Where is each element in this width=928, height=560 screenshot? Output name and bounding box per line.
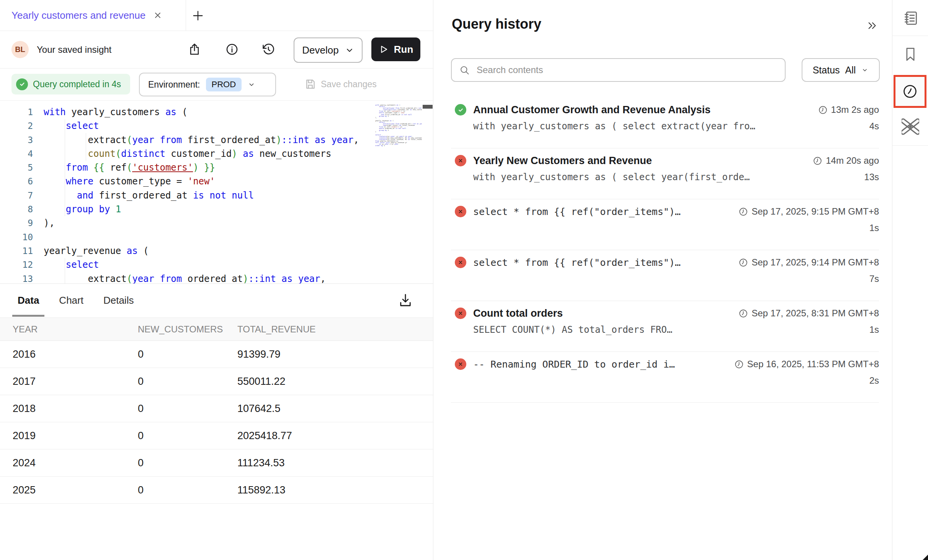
code-line[interactable]: 8 group by 1: [0, 202, 375, 216]
table-row[interactable]: 20250115892.13: [0, 477, 433, 504]
history-item-title: Yearly New Customers and Revenue: [473, 155, 805, 167]
history-item-time: 14m 20s ago: [813, 155, 879, 166]
chevron-down-icon: [345, 46, 354, 55]
tab-chart[interactable]: Chart: [54, 283, 89, 317]
clock-history-icon: [902, 83, 918, 99]
code-text: ),: [44, 216, 55, 230]
code-line[interactable]: 5 from {{ ref('customers') }}: [0, 161, 375, 174]
search-input[interactable]: [476, 64, 777, 76]
save-icon: [304, 78, 316, 90]
notebook-icon[interactable]: [892, 10, 928, 27]
history-item-time: Sep 17, 2025, 9:14 PM GMT+8: [738, 257, 879, 268]
x-circle-icon: [455, 155, 466, 166]
history-item[interactable]: Count total ordersSep 17, 2025, 8:31 PM …: [451, 301, 879, 352]
table-row[interactable]: 20170550011.22: [0, 368, 433, 395]
sql-editor[interactable]: 1with yearly_customers as (2 select3 ext…: [0, 100, 433, 284]
table-cell: 550011.22: [237, 376, 433, 387]
ribbon-divider: [892, 145, 928, 146]
status-filter-value: All: [845, 65, 856, 76]
history-list: Annual Customer Growth and Revenue Analy…: [451, 98, 879, 403]
results-tabs: DataChartDetails: [12, 283, 139, 317]
table-cell: 107642.5: [237, 403, 433, 415]
table-cell: 2024: [0, 457, 138, 469]
line-number: 10: [0, 230, 33, 244]
history-item-title: select * from {{ ref("order_items")…: [473, 206, 731, 217]
collapse-panel-icon[interactable]: [867, 20, 878, 31]
environment-select[interactable]: Environment: PROD: [139, 73, 276, 96]
code-text: with yearly_customers as (: [44, 105, 188, 119]
history-item-title: -- Renaming ORDER_ID to order_id i…: [473, 359, 727, 370]
version-history-icon[interactable]: [262, 43, 275, 56]
code-line[interactable]: 13 extract(year from ordered_at)::int as…: [0, 272, 375, 284]
table-cell: 111234.53: [237, 457, 433, 469]
share-icon[interactable]: [188, 43, 201, 56]
bookmark-icon[interactable]: [892, 46, 928, 63]
table-cell: 0: [138, 348, 237, 360]
code-line[interactable]: 3 extract(year from first_ordered_at)::i…: [0, 133, 375, 147]
table-cell: 2025418.77: [237, 430, 433, 442]
history-item[interactable]: Yearly New Customers and Revenue14m 20s …: [451, 148, 879, 199]
column-header-year[interactable]: YEAR: [0, 324, 138, 335]
code-line[interactable]: 10: [0, 230, 375, 244]
code-line[interactable]: 9),: [0, 216, 375, 230]
code-line[interactable]: 7 and first_ordered_at is not null: [0, 189, 375, 202]
search-box[interactable]: [451, 58, 786, 82]
line-number: 13: [0, 272, 33, 284]
table-row[interactable]: 2016091399.79: [0, 341, 433, 368]
code-line[interactable]: 1with yearly_customers as (: [0, 105, 375, 119]
table-row[interactable]: 20240111234.53: [0, 449, 433, 477]
code-line[interactable]: 11yearly_revenue as (: [0, 244, 375, 258]
app-window: Yearly customers and revenue BL Your sav…: [0, 0, 928, 560]
query-history-tool-button[interactable]: [894, 75, 926, 108]
indent-guide: [65, 119, 65, 216]
line-number: 12: [0, 258, 33, 272]
code-line[interactable]: 6 where customer_type = 'new': [0, 174, 375, 188]
code-line[interactable]: 12 select: [0, 258, 375, 272]
history-item-snippet: SELECT COUNT(*) AS total_orders FRO…: [473, 324, 862, 335]
history-item[interactable]: select * from {{ ref("order_items")…Sep …: [451, 250, 879, 301]
code-line[interactable]: 2 select: [0, 119, 375, 133]
history-item[interactable]: Annual Customer Growth and Revenue Analy…: [451, 98, 879, 148]
history-item-title: select * from {{ ref("order_items")…: [473, 257, 731, 268]
x-circle-icon: [455, 308, 466, 319]
column-header-new-customers[interactable]: NEW_CUSTOMERS: [138, 324, 237, 335]
history-item[interactable]: select * from {{ ref("order_items")…Sep …: [451, 199, 879, 250]
history-item-time: Sep 16, 2025, 11:53 PM GMT+8: [734, 359, 879, 370]
status-filter-dropdown[interactable]: Status All: [802, 58, 880, 82]
tab-yearly-customers[interactable]: Yearly customers and revenue: [11, 0, 162, 31]
editor-minimap[interactable]: with yearly_customers as ( select extrac…: [375, 104, 422, 280]
table-cell: 2016: [0, 348, 138, 360]
tab-data[interactable]: Data: [12, 283, 44, 317]
history-item-duration: 2s: [869, 375, 879, 386]
table-row[interactable]: 20180107642.5: [0, 395, 433, 422]
table-cell: 2019: [0, 430, 138, 442]
code-lines[interactable]: 1with yearly_customers as (2 select3 ext…: [0, 105, 375, 284]
side-ribbon: [892, 0, 928, 560]
chevron-down-icon: [861, 66, 869, 74]
line-number: 3: [0, 133, 33, 147]
code-text: where customer_type = 'new': [44, 174, 215, 188]
develop-dropdown[interactable]: Develop: [294, 37, 363, 63]
new-tab-button[interactable]: [191, 9, 204, 22]
save-changes-button[interactable]: Save changes: [304, 68, 377, 100]
results-tab-bar: DataChartDetails: [0, 283, 433, 317]
info-icon[interactable]: [225, 43, 239, 56]
line-number: 7: [0, 189, 33, 202]
table-row[interactable]: 201902025418.77: [0, 422, 433, 449]
panel-title: Query history: [452, 16, 541, 32]
editor-scrollbar-thumb[interactable]: [423, 105, 433, 109]
history-controls: Status All: [451, 58, 880, 82]
line-number: 9: [0, 216, 33, 230]
download-icon[interactable]: [397, 292, 413, 308]
sparkle-icon[interactable]: [892, 118, 928, 135]
tab-title[interactable]: Yearly customers and revenue: [11, 10, 145, 21]
history-item[interactable]: -- Renaming ORDER_ID to order_id i…Sep 1…: [451, 352, 879, 403]
code-line[interactable]: 4 count(distinct customer_id) as new_cus…: [0, 147, 375, 161]
run-button[interactable]: Run: [371, 37, 420, 61]
close-tab-icon[interactable]: [153, 11, 162, 20]
resize-handle[interactable]: [923, 555, 928, 560]
column-header-total-revenue[interactable]: TOTAL_REVENUE: [237, 324, 433, 335]
query-status-text: Query completed in 4s: [33, 79, 121, 90]
tab-details[interactable]: Details: [98, 283, 139, 317]
line-number: 5: [0, 161, 33, 174]
